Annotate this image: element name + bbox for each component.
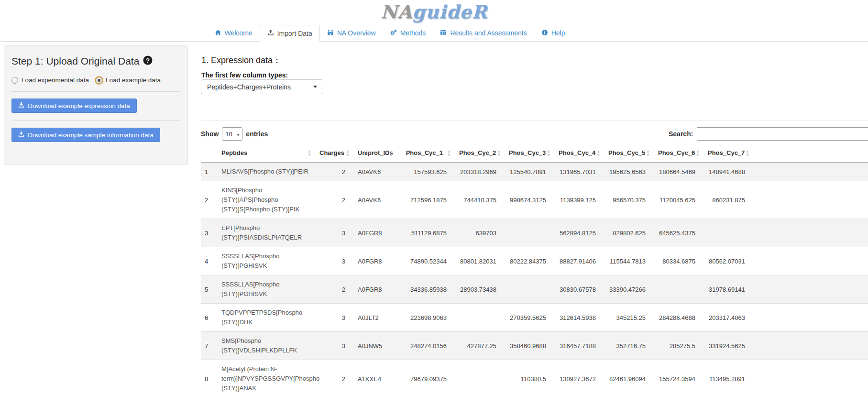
divider [201, 121, 868, 121]
row-index-cell: 5 [201, 275, 218, 304]
filler-cell [754, 181, 868, 219]
button-label: Download example sample information data [28, 132, 154, 139]
filler-cell [754, 275, 868, 304]
charge-cell: 2 [316, 360, 354, 395]
peptide-cell: SMS[Phospho (STY)]VDLSHIPLKDPLLFK [218, 332, 316, 360]
value-cell: 131965.7031 [555, 163, 604, 181]
uniprot-cell: A0JNW5 [354, 332, 398, 360]
tab-welcome[interactable]: Welcome [208, 25, 260, 41]
value-cell: 829802.625 [604, 219, 654, 247]
dropdown-value: Peptides+Charges+Proteins [207, 83, 291, 91]
value-cell [505, 219, 555, 247]
button-label: Download example expression data [28, 102, 130, 110]
value-cell: 203318.2969 [455, 163, 505, 181]
column-header-phos_cyc_5[interactable]: Phos_Cyc_5 [604, 143, 654, 163]
value-cell: 331924.5625 [704, 332, 754, 360]
sort-icon [345, 149, 350, 157]
step1-title: Step 1: Upload Original Data [11, 55, 139, 67]
uniprot-cell: A0FGR8 [354, 247, 398, 275]
radio-load-experimental[interactable]: Load experimental data [11, 77, 89, 84]
value-cell: 744410.375 [455, 181, 505, 219]
main-nav: Welcome Import Data NA Overview Methods … [0, 25, 868, 42]
value-cell: 645625.4375 [654, 219, 704, 247]
value-cell: 80801.82031 [455, 247, 505, 275]
radio-load-example[interactable]: Load example data [96, 77, 161, 84]
charge-cell: 2 [316, 163, 354, 181]
value-cell [654, 275, 704, 304]
tab-help[interactable]: Help [534, 25, 572, 41]
value-cell: 998674.3125 [505, 181, 555, 219]
info-icon [541, 29, 548, 37]
value-cell: 345215.25 [604, 304, 654, 332]
column-types-dropdown[interactable]: Peptides+Charges+Proteins [201, 79, 323, 94]
question-circle-icon[interactable]: ? [143, 55, 153, 67]
sort-icon [646, 149, 650, 157]
column-header-label: Charges [319, 149, 344, 156]
value-cell: 33390.47266 [604, 275, 654, 304]
filler-cell [754, 360, 868, 395]
value-cell: 270359.5625 [505, 304, 555, 332]
app-logo: NAguideR [0, 1, 868, 23]
value-cell: 284286.4688 [654, 304, 704, 332]
filler-cell [754, 332, 868, 360]
table-row: 8M[Acetyl (Protein N-term)]NPVYSPGSSGVPY… [201, 360, 868, 395]
column-types-label: The first few column types: [201, 71, 288, 79]
search-input[interactable] [697, 127, 868, 141]
column-header-label: Uniprot_IDs [358, 149, 393, 156]
value-cell: 1139399.125 [555, 181, 604, 219]
value-cell: 88827.91406 [555, 247, 604, 275]
peptide-cell: SSSSLLAS[Phospho (STY)]PGHISVK [218, 247, 316, 275]
value-cell: 248274.0156 [398, 332, 455, 360]
chevron-down-icon [313, 86, 317, 88]
sort-icon [546, 149, 551, 157]
value-cell [704, 219, 754, 247]
column-header-charges[interactable]: Charges [316, 143, 354, 163]
column-header-phos_cyc_3[interactable]: Phos_Cyc_3 [505, 143, 555, 163]
search-control: Search: [669, 127, 868, 141]
value-cell: 130927.3672 [555, 360, 604, 395]
column-header-label: Phos_Cyc_7 [708, 149, 745, 156]
value-cell: 712596.1875 [398, 181, 455, 219]
column-header-phos_cyc_2[interactable]: Phos_Cyc_2 [455, 143, 505, 163]
value-cell: 157593.625 [398, 163, 455, 181]
page-length-select[interactable]: 10 [222, 127, 242, 141]
column-header-uniprot_ids[interactable]: Uniprot_IDs [354, 143, 398, 163]
value-cell: 1120045.625 [654, 181, 704, 219]
data-source-radio-group: Load experimental data Load example data [11, 77, 180, 84]
row-index-cell: 1 [201, 163, 218, 181]
sort-icon [389, 149, 394, 157]
charge-cell: 3 [316, 332, 354, 360]
row-index-header [201, 143, 218, 163]
download-icon [18, 102, 24, 110]
uniprot-cell: A0AVK6 [354, 181, 398, 219]
divider [11, 121, 180, 121]
value-cell: 221698.9063 [398, 304, 455, 332]
row-index-cell: 3 [201, 219, 218, 247]
sort-icon [307, 149, 312, 157]
download-sample-info-button[interactable]: Download example sample information data [11, 128, 160, 142]
value-cell: 82461.96094 [604, 360, 654, 395]
value-cell: 511129.6875 [398, 219, 455, 247]
download-icon [18, 131, 24, 139]
tab-methods[interactable]: Methods [383, 25, 433, 41]
table-row: 6TQDPVPPETPSDS[Phospho (STY)]DHK3A0JLT22… [201, 304, 868, 332]
table-row: 5SSSSLLAS[Phospho (STY)]PGHISVK2A0FGR834… [201, 275, 868, 304]
svg-text:?: ? [146, 57, 150, 64]
tab-label: Methods [400, 29, 426, 37]
column-header-peptides[interactable]: Peptides [218, 143, 316, 163]
tab-na-overview[interactable]: NA Overview [320, 25, 383, 41]
peptide-cell: TQDPVPPETPSDS[Phospho (STY)]DHK [218, 304, 316, 332]
column-header-phos_cyc_7[interactable]: Phos_Cyc_7 [704, 143, 754, 163]
value-cell: 316457.7188 [555, 332, 604, 360]
table-icon [440, 29, 447, 37]
column-header-label: Phos_Cyc_4 [559, 149, 595, 156]
column-header-phos_cyc_4[interactable]: Phos_Cyc_4 [555, 143, 604, 163]
divider [201, 51, 868, 51]
tab-import-data[interactable]: Import Data [260, 25, 320, 42]
value-cell: 195625.6563 [604, 163, 654, 181]
column-header-phos_cyc_6[interactable]: Phos_Cyc_6 [654, 143, 704, 163]
value-cell: 30830.67578 [555, 275, 604, 304]
tab-results-and-assessments[interactable]: Results and Assessments [433, 25, 534, 41]
download-expression-button[interactable]: Download example expression data [11, 99, 137, 113]
column-header-phos_cyc_1[interactable]: Phos_Cyc_1 [398, 143, 455, 163]
